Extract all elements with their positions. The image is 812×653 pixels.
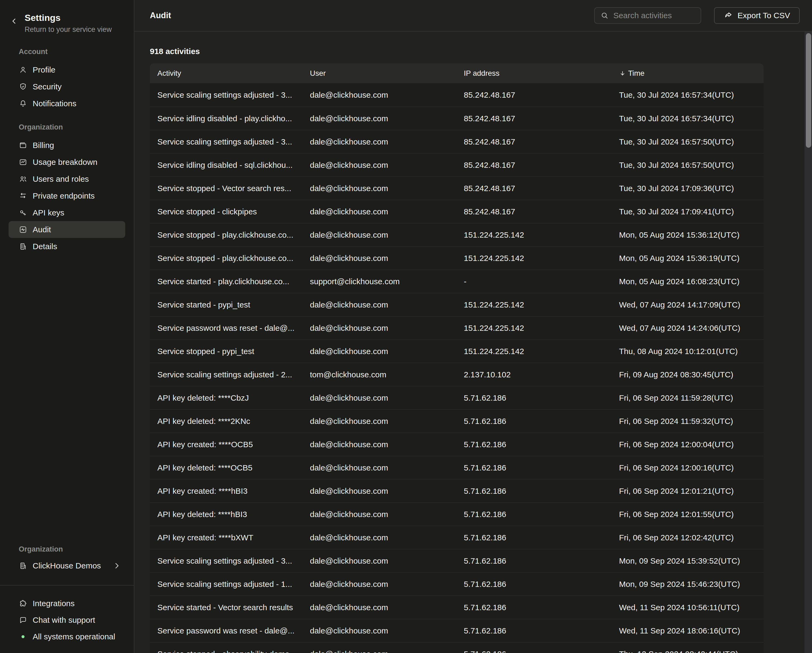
cell-user: tom@clickhouse.com xyxy=(302,363,456,386)
sidebar-item-label: API keys xyxy=(33,208,64,217)
table-row: Service started - pypi_testdale@clickhou… xyxy=(150,293,763,316)
sidebar-section-account: AccountProfileSecurityNotifications xyxy=(0,48,134,112)
users-icon xyxy=(19,175,27,183)
table-row: Service password was reset - dale@...dal… xyxy=(150,316,763,339)
cell-user: dale@clickhouse.com xyxy=(302,642,456,653)
cell-activity: API key created: ****bXWT xyxy=(150,526,302,549)
org-switcher[interactable]: ClickHouse Demos xyxy=(9,558,125,574)
table-row: Service stopped - Vector search res...da… xyxy=(150,176,763,200)
cell-user: dale@clickhouse.com xyxy=(302,340,456,363)
table-row: Service stopped - play.clickhouse.co...d… xyxy=(150,223,763,246)
sidebar-item-usage-breakdown[interactable]: Usage breakdown xyxy=(9,154,125,171)
table-row: API key created: ****OCB5dale@clickhouse… xyxy=(150,432,763,456)
table-row: API key deleted: ****hBI3dale@clickhouse… xyxy=(150,502,763,526)
table-row: Service idling disabled - play.clickho..… xyxy=(150,107,763,130)
cell-user: dale@clickhouse.com xyxy=(302,526,456,549)
table-body: Service scaling settings adjusted - 3...… xyxy=(150,83,763,653)
cell-ip: 85.242.48.167 xyxy=(456,130,612,153)
sidebar-item-label: Details xyxy=(33,242,57,251)
cell-ip: 85.242.48.167 xyxy=(456,154,612,176)
export-csv-label: Export To CSV xyxy=(737,11,790,20)
cell-activity: Service scaling settings adjusted - 2... xyxy=(150,363,302,386)
cell-activity: Service stopped - Vector search res... xyxy=(150,177,302,200)
column-header-label: Time xyxy=(628,69,644,78)
sidebar-item-private-endpoints[interactable]: Private endpoints xyxy=(9,187,125,204)
export-csv-button[interactable]: Export To CSV xyxy=(714,7,800,24)
cell-activity: Service stopped - pypi_test xyxy=(150,340,302,363)
cell-ip: 5.71.62.186 xyxy=(456,479,612,502)
sidebar-item-label: Audit xyxy=(33,225,51,234)
cell-ip: 5.71.62.186 xyxy=(456,503,612,526)
column-header-activity[interactable]: Activity xyxy=(150,63,302,83)
cell-time: Wed, 07 Aug 2024 14:17:09(UTC) xyxy=(612,293,763,316)
cell-activity: Service started - play.clickhouse.co... xyxy=(150,270,302,293)
scrollbar-thumb[interactable] xyxy=(806,33,811,148)
cell-ip: 5.71.62.186 xyxy=(456,642,612,653)
sidebar-item-all-systems-operational[interactable]: All systems operational xyxy=(9,629,125,645)
sidebar-item-chat-with-support[interactable]: Chat with support xyxy=(9,612,125,629)
cell-ip: 151.224.225.142 xyxy=(456,247,612,270)
sort-descending-arrow-icon xyxy=(619,70,626,77)
sidebar-section-organization: OrganizationBillingUsage breakdownUsers … xyxy=(0,124,134,255)
sidebar-item-details[interactable]: Details xyxy=(9,238,125,255)
cell-ip: 85.242.48.167 xyxy=(456,107,612,130)
cell-user: dale@clickhouse.com xyxy=(302,386,456,409)
column-header-ip[interactable]: IP address xyxy=(456,63,612,83)
cell-activity: Service idling disabled - sql.clickhou..… xyxy=(150,154,302,176)
cell-activity: Service scaling settings adjusted - 1... xyxy=(150,573,302,595)
sidebar-item-label: All systems operational xyxy=(33,632,115,641)
swap-arrows-icon xyxy=(19,192,27,200)
sidebar-item-security[interactable]: Security xyxy=(9,78,125,95)
table-row: Service stopped - pypi_testdale@clickhou… xyxy=(150,339,763,363)
cell-ip: 5.71.62.186 xyxy=(456,456,612,479)
sidebar-item-api-keys[interactable]: API keys xyxy=(9,204,125,221)
cell-ip: 151.224.225.142 xyxy=(456,317,612,339)
search-input[interactable] xyxy=(613,11,695,20)
usage-chart-icon xyxy=(19,158,27,166)
cell-ip: 5.71.62.186 xyxy=(456,596,612,619)
cell-user: dale@clickhouse.com xyxy=(302,479,456,502)
cell-time: Wed, 11 Sep 2024 18:06:16(UTC) xyxy=(612,619,763,642)
sidebar-item-notifications[interactable]: Notifications xyxy=(9,95,125,112)
table-row: Service stopped - observability-demodale… xyxy=(150,642,763,653)
sidebar-subtitle: Return to your service view xyxy=(24,25,123,34)
cell-time: Wed, 07 Aug 2024 14:24:06(UTC) xyxy=(612,317,763,339)
cell-user: dale@clickhouse.com xyxy=(302,596,456,619)
cell-user: dale@clickhouse.com xyxy=(302,130,456,153)
cell-ip: 5.71.62.186 xyxy=(456,526,612,549)
column-header-time[interactable]: Time xyxy=(612,63,763,83)
activity-pulse-icon xyxy=(19,225,27,234)
sidebar-nav: AccountProfileSecurityNotificationsOrgan… xyxy=(0,48,134,255)
table-row: API key deleted: ****2KNcdale@clickhouse… xyxy=(150,409,763,432)
cell-activity: Service stopped - clickpipes xyxy=(150,200,302,223)
section-label: Organization xyxy=(19,124,134,131)
sidebar-item-billing[interactable]: Billing xyxy=(9,137,125,154)
sidebar-item-profile[interactable]: Profile xyxy=(9,61,125,78)
cell-time: Tue, 30 Jul 2024 16:57:34(UTC) xyxy=(612,107,763,130)
cell-ip: 85.242.48.167 xyxy=(456,83,612,107)
cell-activity: API key deleted: ****2KNc xyxy=(150,410,302,432)
sidebar-item-audit[interactable]: Audit xyxy=(9,221,125,238)
sidebar-item-integrations[interactable]: Integrations xyxy=(9,595,125,612)
cell-activity: Service stopped - observability-demo xyxy=(150,642,302,653)
cell-time: Fri, 06 Sep 2024 12:01:55(UTC) xyxy=(612,503,763,526)
table-row: Service password was reset - dale@...dal… xyxy=(150,619,763,642)
sidebar-title: Settings xyxy=(24,12,123,23)
table-header-row: Activity User IP address Time xyxy=(150,63,763,83)
cell-user: dale@clickhouse.com xyxy=(302,503,456,526)
cell-time: Mon, 05 Aug 2024 15:36:19(UTC) xyxy=(612,247,763,270)
cell-ip: 5.71.62.186 xyxy=(456,410,612,432)
cell-user: dale@clickhouse.com xyxy=(302,107,456,130)
org-name: ClickHouse Demos xyxy=(33,561,101,570)
cell-user: dale@clickhouse.com xyxy=(302,410,456,432)
scrollbar-track[interactable] xyxy=(804,32,812,653)
chevron-left-icon xyxy=(10,17,18,25)
back-button[interactable] xyxy=(9,16,19,26)
sidebar-item-users-and-roles[interactable]: Users and roles xyxy=(9,171,125,187)
cell-ip: 85.242.48.167 xyxy=(456,200,612,223)
cell-ip: 151.224.225.142 xyxy=(456,340,612,363)
cell-activity: Service idling disabled - play.clickho..… xyxy=(150,107,302,130)
billing-card-icon xyxy=(19,141,27,150)
column-header-user[interactable]: User xyxy=(302,63,456,83)
column-header-label: Activity xyxy=(157,69,181,78)
